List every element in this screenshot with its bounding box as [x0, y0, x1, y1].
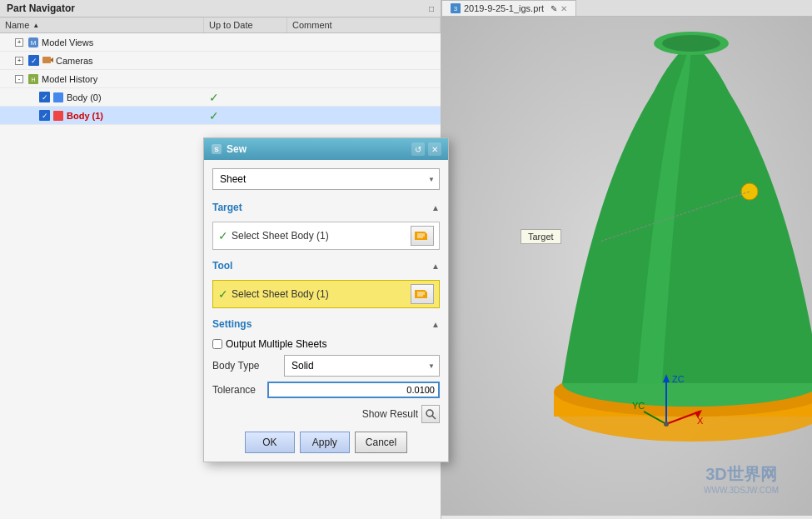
tolerance-label: Tolerance [212, 384, 262, 396]
ok-button[interactable]: OK [245, 432, 295, 453]
body-type-row: Body Type Solid Sheet General ▼ [212, 355, 440, 377]
output-multiple-sheets-checkbox[interactable] [212, 339, 222, 349]
tree-cell-name: + ✓ Cameras [0, 53, 204, 68]
tree-cell-name: + M Model Views [0, 35, 204, 50]
svg-point-31 [662, 35, 720, 52]
svg-text:✓: ✓ [42, 112, 48, 120]
settings-toggle-button[interactable]: ▲ [431, 320, 440, 329]
target-selection-row: ✓ Select Sheet Body (1) [212, 222, 440, 250]
output-multiple-sheets-label: Output Multiple Sheets [226, 338, 326, 350]
tool-section: Tool ▲ ✓ Select Sheet Body (1) [212, 257, 440, 308]
viewport-area: Target ZC XC YC [441, 17, 812, 516]
target-toggle-button[interactable]: ▲ [431, 203, 440, 212]
target-label: Target [521, 229, 561, 244]
watermark-line1: 3D世界网 [704, 463, 779, 486]
tree-cell-name: ✓ Body (0) [0, 90, 204, 105]
dialog-body: Sheet Solid General ▼ Target ▲ [204, 160, 448, 462]
target-check-icon: ✓ [218, 229, 228, 242]
body-type-dropdown[interactable]: Solid Sheet General ▼ [284, 355, 440, 377]
svg-rect-13 [53, 111, 63, 121]
settings-section-header: Settings ▲ [212, 315, 440, 333]
svg-point-24 [426, 410, 433, 417]
tool-select-button[interactable] [411, 284, 434, 304]
check-icon: ✓ [28, 55, 39, 66]
axis-indicator: ZC XC YC [629, 366, 704, 441]
viewport-tabbar: 3 2019-9-25-1_igs.prt ✎ ✕ [441, 0, 812, 17]
svg-line-25 [432, 416, 436, 419]
tree-cell-comment [287, 59, 441, 62]
watermark-line2: WWW.3DSJW.COM [704, 486, 779, 495]
tree-cell-uptodate: ✓ [204, 89, 287, 106]
body-type-select[interactable]: Solid Sheet General [284, 355, 440, 377]
tab-modified-indicator: ✎ [550, 4, 557, 13]
svg-marker-5 [51, 57, 53, 62]
col-name: Name ▲ [0, 17, 204, 32]
tool-section-header: Tool ▲ [212, 257, 440, 275]
sheet-type-dropdown[interactable]: Sheet Solid General ▼ [212, 168, 440, 190]
tree-row[interactable]: + ✓ Cameras [0, 52, 441, 70]
body0-checkbox: ✓ [39, 92, 50, 102]
apply-button[interactable]: Apply [300, 432, 350, 453]
viewport-tab[interactable]: 3 2019-9-25-1_igs.prt ✎ ✕ [441, 0, 576, 16]
tree-cell-uptodate: ✓ [204, 107, 287, 124]
watermark: 3D世界网 WWW.3DSJW.COM [704, 463, 779, 495]
sew-dialog: S Sew ↺ ✕ Sheet Soli [203, 137, 449, 462]
body1-icon [52, 110, 64, 122]
viewport-panel: 3 2019-9-25-1_igs.prt ✎ ✕ [441, 0, 812, 519]
body-type-label: Body Type [212, 360, 279, 372]
dialog-reset-button[interactable]: ↺ [411, 142, 425, 156]
target-sheet-icon [415, 230, 430, 242]
tree-cell-name: - H Model History [0, 72, 204, 87]
settings-section: Settings ▲ Output Multiple Sheets Body T… [212, 315, 440, 398]
tree-row[interactable]: ✓ Body (1) ✓ [0, 107, 441, 125]
dialog-titlebar[interactable]: S Sew ↺ ✕ [204, 138, 448, 160]
expand-button[interactable]: + [15, 57, 23, 65]
col-uptodate: Up to Date [204, 17, 287, 32]
tab-close-button[interactable]: ✕ [560, 4, 567, 13]
panel-title: Part Navigator [7, 2, 75, 14]
tree-row[interactable]: - H Model History [0, 70, 441, 88]
svg-rect-4 [42, 57, 51, 63]
svg-text:ZC: ZC [672, 374, 685, 384]
model-views-icon: M [27, 37, 39, 48]
svg-line-37 [666, 412, 700, 424]
tree-cell-uptodate [204, 41, 287, 44]
svg-marker-35 [663, 374, 670, 382]
tolerance-row: Tolerance [212, 382, 440, 398]
svg-text:S: S [214, 146, 219, 153]
body1-checkbox: ✓ [39, 110, 50, 121]
dialog-buttons: OK Apply Cancel [212, 428, 440, 453]
svg-text:✓: ✓ [30, 57, 37, 65]
tool-selection-text: Select Sheet Body (1) [232, 288, 407, 300]
show-result-row: Show Result [212, 405, 440, 423]
target-section-header: Target ▲ [212, 198, 440, 217]
sheet-type-row: Sheet Solid General ▼ [212, 168, 440, 190]
sheet-type-select[interactable]: Sheet Solid General [212, 168, 440, 190]
target-select-button[interactable] [411, 226, 434, 246]
part-navigator-panel: Part Navigator □ Name ▲ Up to Date Comme… [0, 0, 441, 519]
tree-cell-comment [287, 77, 441, 81]
tab-title: 2019-9-25-1_igs.prt [464, 3, 544, 13]
tree-row[interactable]: + M Model Views [0, 33, 441, 52]
show-result-button[interactable] [421, 405, 440, 423]
tree-cell-uptodate [204, 59, 287, 62]
cameras-icon [42, 55, 53, 67]
svg-text:✓: ✓ [42, 93, 48, 102]
dialog-close-button[interactable]: ✕ [428, 142, 441, 156]
tolerance-input[interactable] [267, 382, 440, 398]
tab-icon: 3 [451, 3, 461, 13]
cameras-checkbox: ✓ [27, 55, 39, 67]
expand-button[interactable]: - [15, 75, 23, 83]
tree-cell-comment [287, 114, 441, 117]
panel-minimize-button[interactable]: □ [429, 4, 434, 13]
cancel-button[interactable]: Cancel [355, 432, 407, 453]
svg-text:YC: YC [632, 401, 645, 411]
tool-toggle-button[interactable]: ▲ [431, 262, 440, 271]
body0-icon [52, 92, 64, 103]
svg-text:M: M [31, 39, 37, 47]
expand-button[interactable]: + [15, 38, 23, 47]
magnifier-icon [425, 408, 436, 420]
tree-cell-comment [287, 96, 441, 99]
tool-selection-row: ✓ Select Sheet Body (1) [212, 280, 440, 308]
tree-row[interactable]: ✓ Body (0) ✓ [0, 88, 441, 107]
